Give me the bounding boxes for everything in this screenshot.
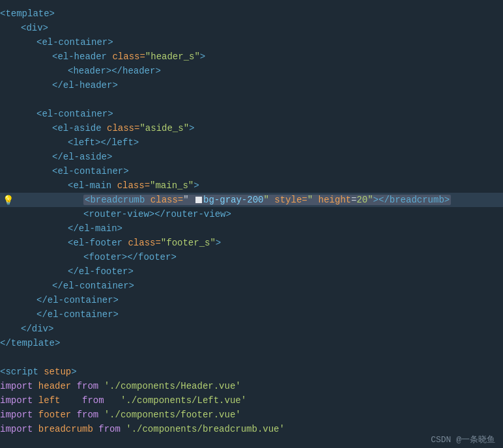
code-tag: <div> bbox=[21, 23, 48, 33]
code-tag: <el-main bbox=[68, 180, 117, 191]
variable: footer bbox=[38, 410, 71, 420]
attr-value: "aside_s" bbox=[139, 123, 189, 133]
code-tag: </el-container> bbox=[52, 281, 134, 291]
attr-name: class= bbox=[151, 195, 183, 205]
keyword-import: import bbox=[0, 395, 33, 406]
attr-name: setup bbox=[44, 367, 71, 377]
code-tag: </el-container> bbox=[36, 309, 119, 320]
code-tag: <footer></footer> bbox=[83, 252, 177, 262]
watermark-text: CSDN @一条晓鱼 bbox=[431, 435, 495, 445]
code-line: </el-main> bbox=[0, 221, 503, 236]
code-line: </template> bbox=[0, 336, 503, 350]
code-tag: </template> bbox=[0, 338, 60, 348]
code-tag: <el-container> bbox=[52, 166, 129, 176]
code-tag: <el-aside bbox=[52, 123, 107, 133]
code-line: <template> bbox=[0, 7, 503, 21]
empty-line bbox=[0, 350, 503, 365]
attr-value-hl: bg-gray-200 bbox=[203, 195, 263, 205]
empty-line bbox=[0, 92, 503, 107]
code-line: <el-aside class="aside_s"> bbox=[0, 121, 503, 135]
code-line: <el-footer class="footer_s"> bbox=[0, 236, 503, 250]
code-line: import left from './components/Left.vue' bbox=[0, 393, 503, 408]
code-tag: <el-container> bbox=[36, 37, 113, 48]
watermark: CSDN @一条晓鱼 bbox=[423, 431, 503, 448]
code-tag: <template> bbox=[0, 8, 55, 19]
code-tag: </el-header> bbox=[52, 80, 118, 91]
variable: breadcrumb bbox=[38, 424, 93, 434]
code-line: </el-container> bbox=[0, 279, 503, 293]
keyword-from: from bbox=[98, 424, 121, 434]
code-editor: <template> <div> <el-container> <el-head… bbox=[0, 0, 503, 448]
code-tag: <breadcrumb bbox=[85, 195, 151, 205]
code-line: <left></left> bbox=[0, 135, 503, 150]
code-line: <router-view></router-view> bbox=[0, 207, 503, 221]
attr-name: class= bbox=[107, 123, 139, 133]
attr-name: style= bbox=[274, 195, 307, 205]
import-path: './components/Header.vue' bbox=[104, 381, 241, 391]
attr-value: 20" bbox=[356, 195, 373, 205]
attr-value: "header_s" bbox=[145, 51, 200, 62]
import-path: './components/Left.vue' bbox=[121, 395, 246, 406]
code-line: <el-container> bbox=[0, 164, 503, 178]
attr-name: class= bbox=[128, 238, 160, 248]
keyword-import: import bbox=[0, 381, 33, 391]
code-text: " bbox=[183, 195, 194, 205]
code-line: <script setup> bbox=[0, 365, 503, 379]
code-tag: <script bbox=[0, 367, 44, 377]
code-tag: <header></header> bbox=[68, 66, 161, 76]
keyword-import: import bbox=[0, 410, 33, 420]
code-tag: </el-footer> bbox=[68, 266, 134, 277]
attr-value: " bbox=[263, 195, 268, 205]
lightbulb-icon: 💡 bbox=[3, 195, 14, 206]
color-swatch bbox=[195, 197, 202, 203]
highlighted-code-line: 💡 <breadcrumb class=" bg-gray-200" style… bbox=[0, 193, 503, 207]
code-tag: <router-view></router-view> bbox=[83, 209, 231, 219]
code-tag: <el-footer bbox=[68, 238, 128, 248]
code-line: <footer></footer> bbox=[0, 250, 503, 264]
attr-name: height bbox=[319, 195, 351, 205]
code-tag: </el-main> bbox=[68, 223, 122, 234]
code-tag: <el-header bbox=[52, 51, 112, 62]
code-tag: </el-container> bbox=[36, 295, 119, 305]
code-line: import header from './components/Header.… bbox=[0, 379, 503, 393]
attr-value: "main_s" bbox=[150, 180, 194, 191]
code-text: = bbox=[351, 195, 356, 205]
code-line: import footer from './components/footer.… bbox=[0, 408, 503, 422]
attr-name: class= bbox=[117, 180, 150, 191]
code-tag: </el-aside> bbox=[52, 152, 112, 162]
code-line: <el-header class="header_s"> bbox=[0, 49, 503, 64]
code-line: </div> bbox=[0, 322, 503, 336]
code-tag: </div> bbox=[21, 324, 53, 334]
code-line: </el-container> bbox=[0, 293, 503, 307]
variable: left bbox=[38, 395, 61, 406]
code-line: </el-container> bbox=[0, 307, 503, 322]
code-tag: ></breadcrumb> bbox=[373, 195, 450, 205]
keyword-import: import bbox=[0, 424, 33, 434]
variable: header bbox=[38, 381, 71, 391]
code-tag: <left></left> bbox=[68, 137, 139, 148]
code-line: <el-container> bbox=[0, 107, 503, 121]
keyword-from: from bbox=[77, 410, 99, 420]
code-line: <header></header> bbox=[0, 64, 503, 78]
import-path: './components/footer.vue' bbox=[104, 410, 241, 420]
import-path: './components/breadcrumb.vue' bbox=[126, 424, 285, 434]
code-line: <el-main class="main_s"> bbox=[0, 178, 503, 193]
code-line: </el-header> bbox=[0, 78, 503, 92]
code-line: </el-footer> bbox=[0, 264, 503, 279]
attr-value: " bbox=[308, 195, 319, 205]
code-line: </el-aside> bbox=[0, 150, 503, 164]
attr-value: "footer_s" bbox=[161, 238, 216, 248]
code-tag: <el-container> bbox=[36, 109, 113, 119]
code-line: <el-container> bbox=[0, 35, 503, 49]
keyword-from: from bbox=[82, 395, 104, 406]
keyword-from: from bbox=[77, 381, 99, 391]
code-text bbox=[269, 195, 274, 205]
code-line: <div> bbox=[0, 21, 503, 35]
attr-name: class= bbox=[112, 51, 145, 62]
autocomplete-highlight: <breadcrumb class=" bg-gray-200" style="… bbox=[83, 195, 451, 205]
